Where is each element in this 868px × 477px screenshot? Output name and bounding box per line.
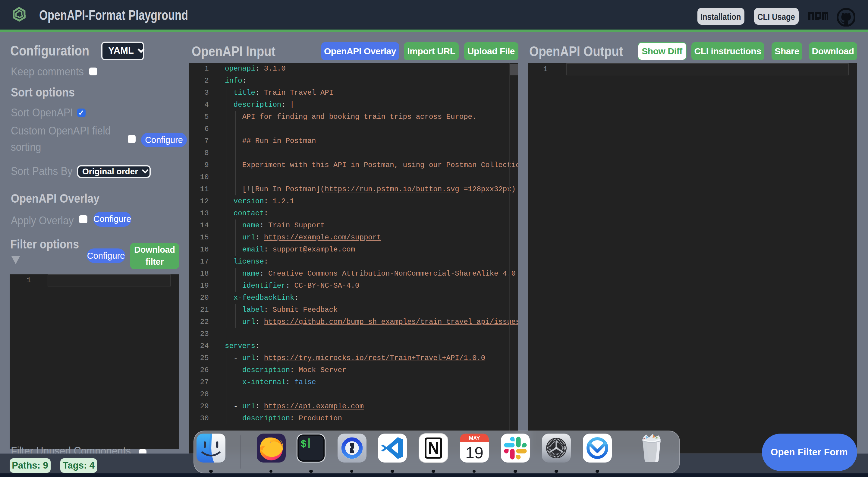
- svg-text:$: $: [301, 439, 307, 450]
- svg-text:19: 19: [465, 444, 483, 461]
- svg-text:MAY: MAY: [469, 436, 480, 441]
